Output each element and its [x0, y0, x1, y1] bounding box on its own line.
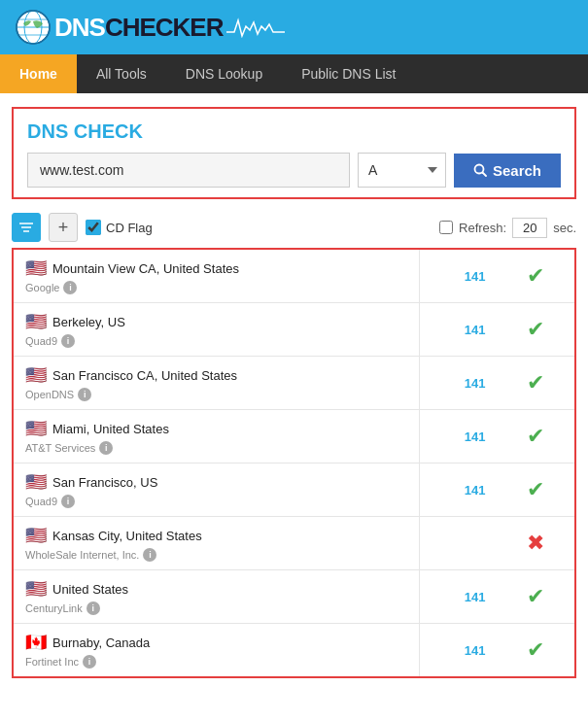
refresh-value-input[interactable]	[512, 218, 547, 238]
table-row: 🇨🇦 Burnaby, Canada Fortinet Inc i 141 ✔	[14, 624, 574, 676]
location-text: Miami, United States	[52, 422, 169, 436]
filter-button[interactable]	[12, 213, 41, 242]
info-icon[interactable]: i	[99, 441, 113, 455]
result-location-area: 🇺🇸 Mountain View CA, United States Googl…	[14, 250, 419, 302]
provider-name: OpenDNS	[25, 389, 74, 400]
add-button[interactable]: +	[49, 213, 78, 242]
navigation: Home All Tools DNS Lookup Public DNS Lis…	[0, 54, 588, 93]
info-icon[interactable]: i	[143, 548, 156, 562]
domain-input[interactable]	[27, 153, 350, 188]
flag-icon: 🇺🇸	[25, 578, 47, 600]
dns-check-box: DNS CHECK A AAAA CNAME MX NS TXT SOA Sea…	[12, 107, 576, 199]
refresh-checkbox[interactable]	[439, 221, 453, 234]
nav-all-tools[interactable]: All Tools	[77, 54, 166, 93]
location-text: Mountain View CA, United States	[52, 261, 239, 276]
dns-check-title: DNS CHECK	[27, 120, 561, 143]
provider-line: AT&T Services i	[25, 441, 407, 455]
result-location-area: 🇺🇸 United States CenturyLink i	[14, 570, 419, 623]
globe-icon	[16, 10, 51, 45]
check-icon: ✔	[527, 637, 544, 663]
provider-name: Quad9	[25, 335, 57, 347]
status-icon: ✔	[498, 584, 574, 609]
location-text: United States	[52, 582, 128, 597]
location-line: 🇺🇸 Mountain View CA, United States	[25, 258, 407, 279]
provider-line: CenturyLink i	[25, 601, 407, 615]
nav-public-dns[interactable]: Public DNS List	[282, 54, 415, 93]
result-data-area: 141 ✔	[419, 410, 574, 463]
info-icon[interactable]: i	[61, 334, 75, 348]
ttl-value: 141	[420, 483, 498, 498]
location-line: 🇺🇸 Berkeley, US	[25, 311, 407, 332]
filter-icon	[19, 222, 33, 233]
table-row: 🇺🇸 Berkeley, US Quad9 i 141 ✔	[14, 303, 574, 357]
result-location-area: 🇺🇸 Kansas City, United States WholeSale …	[14, 517, 419, 569]
info-icon[interactable]: i	[86, 601, 100, 615]
flag-icon: 🇺🇸	[25, 258, 47, 279]
table-row: 🇺🇸 San Francisco CA, United States OpenD…	[14, 357, 574, 410]
result-location-area: 🇺🇸 Miami, United States AT&T Services i	[14, 410, 419, 463]
result-data-area: 141 ✔	[419, 357, 574, 409]
svg-line-7	[482, 173, 486, 177]
cd-flag-area: CD Flag	[86, 220, 153, 235]
check-icon: ✔	[527, 317, 544, 342]
search-row: A AAAA CNAME MX NS TXT SOA Search	[27, 153, 561, 188]
ttl-value: 141	[420, 269, 498, 284]
check-icon: ✔	[527, 370, 544, 395]
flag-icon: 🇺🇸	[25, 525, 47, 546]
flag-icon: 🇺🇸	[25, 364, 47, 386]
ttl-value: 141	[420, 643, 498, 658]
info-icon[interactable]: i	[63, 281, 77, 294]
check-icon: ✔	[527, 424, 544, 449]
record-type-select[interactable]: A AAAA CNAME MX NS TXT SOA	[358, 153, 446, 188]
status-icon: ✔	[498, 477, 574, 502]
flag-icon: 🇺🇸	[25, 418, 47, 439]
ttl-value: 141	[420, 429, 498, 444]
info-icon[interactable]: i	[83, 655, 96, 669]
result-location-area: 🇺🇸 Berkeley, US Quad9 i	[14, 303, 419, 356]
cd-flag-label: CD Flag	[106, 221, 153, 235]
status-icon: ✔	[498, 263, 574, 289]
status-icon: ✔	[498, 370, 574, 395]
provider-name: Google	[25, 282, 59, 293]
info-icon[interactable]: i	[78, 388, 91, 401]
status-icon: ✔	[498, 637, 574, 663]
result-data-area: ✖	[419, 517, 574, 569]
provider-line: Quad9 i	[25, 334, 407, 348]
provider-line: OpenDNS i	[25, 388, 407, 401]
location-line: 🇺🇸 Miami, United States	[25, 418, 407, 439]
info-icon[interactable]: i	[61, 495, 75, 508]
provider-line: Google i	[25, 281, 407, 294]
provider-line: WholeSale Internet, Inc. i	[25, 548, 407, 562]
search-button[interactable]: Search	[454, 154, 561, 188]
refresh-area: Refresh: sec.	[439, 218, 576, 238]
cd-flag-checkbox[interactable]	[86, 220, 101, 235]
result-data-area: 141 ✔	[419, 303, 574, 356]
cross-icon: ✖	[527, 531, 544, 556]
location-text: Berkeley, US	[52, 315, 125, 329]
location-line: 🇺🇸 San Francisco, US	[25, 471, 407, 493]
nav-dns-lookup[interactable]: DNS Lookup	[166, 54, 282, 93]
provider-name: CenturyLink	[25, 602, 83, 614]
toolbar-row: + CD Flag Refresh: sec.	[12, 213, 576, 242]
flag-icon: 🇺🇸	[25, 471, 47, 493]
provider-line: Quad9 i	[25, 495, 407, 508]
ttl-value: 141	[420, 590, 498, 604]
logo: DNSCHECKER	[54, 13, 223, 43]
table-row: 🇺🇸 Mountain View CA, United States Googl…	[14, 250, 574, 303]
location-line: 🇺🇸 San Francisco CA, United States	[25, 364, 407, 386]
ttl-value: 141	[420, 376, 498, 391]
status-icon: ✔	[498, 317, 574, 342]
provider-name: Fortinet Inc	[25, 656, 79, 668]
table-row: 🇺🇸 Miami, United States AT&T Services i …	[14, 410, 574, 464]
location-line: 🇨🇦 Burnaby, Canada	[25, 632, 407, 653]
status-icon: ✔	[498, 424, 574, 449]
result-location-area: 🇨🇦 Burnaby, Canada Fortinet Inc i	[14, 624, 419, 676]
results-area: 🇺🇸 Mountain View CA, United States Googl…	[12, 248, 576, 678]
provider-line: Fortinet Inc i	[25, 655, 407, 669]
table-row: 🇺🇸 United States CenturyLink i 141 ✔	[14, 570, 574, 624]
nav-home[interactable]: Home	[0, 54, 77, 93]
provider-name: Quad9	[25, 496, 57, 507]
header: DNSCHECKER	[0, 0, 588, 54]
location-line: 🇺🇸 Kansas City, United States	[25, 525, 407, 546]
result-data-area: 141 ✔	[419, 250, 574, 302]
